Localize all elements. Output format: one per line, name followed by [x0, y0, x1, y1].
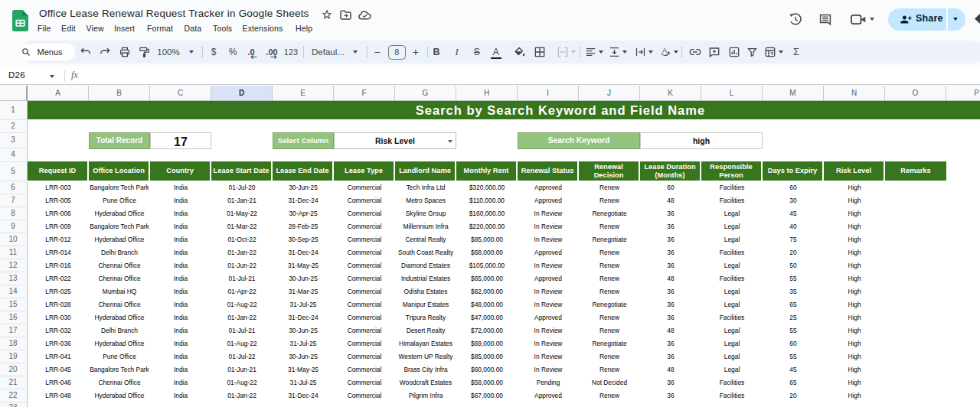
svg-text:A: A: [662, 47, 667, 54]
